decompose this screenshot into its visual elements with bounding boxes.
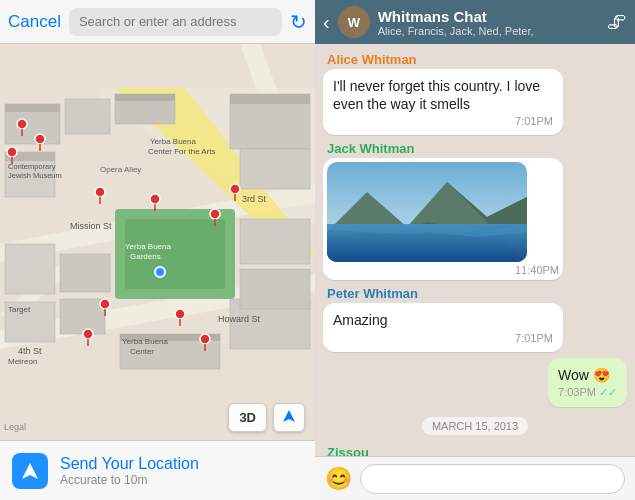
chat-subtitle: Alice, Francis, Jack, Ned, Peter, <box>378 25 599 37</box>
svg-text:Target: Target <box>8 305 31 314</box>
message-jack: Jack Whitman <box>323 141 627 280</box>
message-bubble-alice: I'll never forget this country. I love e… <box>323 69 563 135</box>
svg-text:Center: Center <box>130 347 154 356</box>
svg-point-61 <box>83 329 93 339</box>
svg-point-51 <box>150 194 160 204</box>
svg-rect-17 <box>230 94 310 104</box>
message-image-jack <box>327 162 527 262</box>
send-location-subtitle: Accurate to 10m <box>60 473 199 487</box>
svg-point-59 <box>100 299 110 309</box>
svg-text:Center For the Arts: Center For the Arts <box>148 147 216 156</box>
sender-name-zissou: Zissou <box>323 445 627 456</box>
svg-point-49 <box>95 187 105 197</box>
svg-text:Mission St: Mission St <box>70 221 112 231</box>
sender-name-alice: Alice Whitman <box>323 52 627 67</box>
message-time-jack: 11:40PM <box>327 264 559 276</box>
chat-messages-list: Alice Whitman I'll never forget this cou… <box>315 44 635 456</box>
svg-point-45 <box>7 147 17 157</box>
date-separator: MARCH 15, 2013 <box>422 417 528 435</box>
svg-rect-20 <box>60 299 105 334</box>
svg-marker-68 <box>22 463 38 479</box>
location-arrow-button[interactable] <box>273 403 305 432</box>
svg-point-54 <box>155 267 165 277</box>
attach-icon[interactable]: 🖇 <box>607 11 627 34</box>
message-time-alice: 7:01PM <box>333 115 553 127</box>
svg-point-65 <box>230 184 240 194</box>
svg-point-63 <box>210 209 220 219</box>
svg-rect-18 <box>240 149 310 189</box>
3d-button[interactable]: 3D <box>228 403 267 432</box>
svg-text:Yerba Buena: Yerba Buena <box>150 137 197 146</box>
svg-point-47 <box>35 134 45 144</box>
svg-text:3rd St: 3rd St <box>242 194 267 204</box>
svg-text:Metreon: Metreon <box>8 357 37 366</box>
chat-header: ‹ W Whitmans Chat Alice, Francis, Jack, … <box>315 0 635 44</box>
message-alice: Alice Whitman I'll never forget this cou… <box>323 52 627 135</box>
send-location-icon <box>12 453 48 489</box>
message-bubble-jack: 11:40PM <box>323 158 563 280</box>
svg-text:Gardens: Gardens <box>130 252 161 261</box>
avatar-icon: W <box>338 6 370 38</box>
svg-rect-10 <box>5 104 60 112</box>
map-content[interactable]: Mission St 4th St 3rd St Howard St Opera… <box>0 44 315 440</box>
svg-text:Opera Alley: Opera Alley <box>100 165 141 174</box>
landscape-image <box>327 162 527 262</box>
send-location-title: Send Your Location <box>60 455 199 473</box>
navigation-icon <box>282 409 296 423</box>
svg-rect-23 <box>60 254 110 292</box>
svg-rect-24 <box>240 219 310 264</box>
svg-text:Jewish Museum: Jewish Museum <box>8 171 62 180</box>
svg-rect-25 <box>240 269 310 309</box>
svg-text:Contemporary: Contemporary <box>8 162 56 171</box>
back-arrow-icon[interactable]: ‹ <box>323 11 330 34</box>
svg-text:Yerba Buena: Yerba Buena <box>122 337 169 346</box>
message-text-alice: I'll never forget this country. I love e… <box>333 77 553 113</box>
map-panel: Cancel ↻ <box>0 0 315 500</box>
message-sent-wow: Wow 😍 7:03PM ✓✓ <box>323 358 627 407</box>
message-text-peter: Amazing <box>333 311 553 329</box>
svg-text:Yerba Buena: Yerba Buena <box>125 242 172 251</box>
svg-rect-22 <box>5 244 55 294</box>
svg-rect-11 <box>65 99 110 134</box>
chat-input[interactable] <box>360 464 625 494</box>
message-text-sent: Wow 😍 <box>558 366 617 384</box>
svg-point-57 <box>200 334 210 344</box>
message-time-peter: 7:01PM <box>333 332 553 344</box>
sender-name-peter: Peter Whitman <box>323 286 627 301</box>
arrow-icon <box>20 461 40 481</box>
svg-text:Howard St: Howard St <box>218 314 261 324</box>
chat-header-info: Whitmans Chat Alice, Francis, Jack, Ned,… <box>378 8 599 37</box>
chat-title: Whitmans Chat <box>378 8 599 25</box>
send-location-bar[interactable]: Send Your Location Accurate to 10m <box>0 440 315 500</box>
send-location-text: Send Your Location Accurate to 10m <box>60 455 199 487</box>
svg-rect-13 <box>115 94 175 101</box>
chat-group-avatar: W <box>338 6 370 38</box>
refresh-button[interactable]: ↻ <box>290 10 307 34</box>
chat-panel: ‹ W Whitmans Chat Alice, Francis, Jack, … <box>315 0 635 500</box>
svg-point-55 <box>175 309 185 319</box>
message-bubble-peter: Amazing 7:01PM <box>323 303 563 351</box>
svg-point-43 <box>17 119 27 129</box>
message-time-sent: 7:03PM ✓✓ <box>558 386 617 399</box>
message-peter: Peter Whitman Amazing 7:01PM <box>323 286 627 351</box>
svg-text:W: W <box>348 15 361 30</box>
chat-bottom-bar: 😊 <box>315 456 635 500</box>
search-input[interactable] <box>69 8 282 36</box>
map-topbar: Cancel ↻ <box>0 0 315 44</box>
map-bottom-controls: 3D <box>228 403 305 432</box>
cancel-button[interactable]: Cancel <box>8 12 61 32</box>
message-zissou: Zissou Willis Photo Lab 115 Webster Stre… <box>323 445 627 456</box>
emoji-button[interactable]: 😊 <box>325 466 352 492</box>
svg-marker-67 <box>283 410 295 422</box>
sender-name-jack: Jack Whitman <box>323 141 627 156</box>
message-bubble-sent: Wow 😍 7:03PM ✓✓ <box>548 358 627 407</box>
read-check-icon: ✓✓ <box>599 386 617 399</box>
svg-text:4th St: 4th St <box>18 346 42 356</box>
legal-label: Legal <box>4 422 26 432</box>
